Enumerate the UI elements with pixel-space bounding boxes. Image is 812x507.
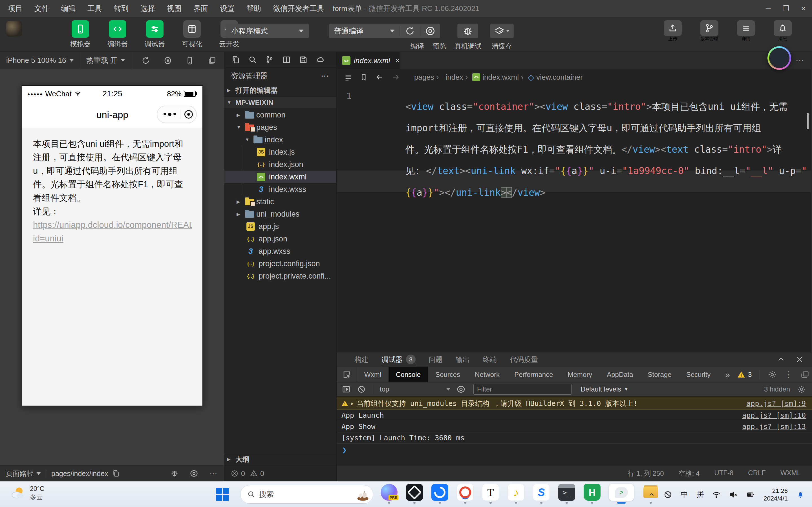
collapse-panel-icon[interactable] <box>777 355 785 363</box>
devtools-menu-icon[interactable]: ⋮ <box>784 370 793 379</box>
phone-frame-icon[interactable] <box>186 56 194 65</box>
menu-item[interactable]: 设置 <box>220 4 235 13</box>
status-segment[interactable]: WXML <box>780 469 801 478</box>
menu-item[interactable]: 视图 <box>167 4 182 13</box>
hidden-messages-label[interactable]: 3 hidden <box>764 385 790 393</box>
menu-item[interactable]: 项目 <box>8 4 22 13</box>
devtools-tab[interactable]: Console <box>389 367 428 382</box>
save-all-icon[interactable] <box>299 55 308 64</box>
clear-console-icon[interactable] <box>357 385 366 393</box>
notifications-bell-icon[interactable] <box>796 490 805 499</box>
console-sidebar-toggle-icon[interactable] <box>342 385 350 393</box>
tree-item[interactable]: {..} app.json <box>224 233 336 245</box>
open-editors-icon[interactable] <box>232 55 240 64</box>
tree-item[interactable]: {..} project.config.json <box>224 258 336 270</box>
inspect-element-icon[interactable] <box>337 367 357 382</box>
tree-item[interactable]: ▼ MP-WEIXIN <box>224 96 336 109</box>
taskbar-app-icon[interactable]: ♪ <box>507 484 525 505</box>
editor-scrollbar[interactable] <box>811 52 812 352</box>
devtools-tab[interactable]: Network <box>467 367 507 382</box>
hot-reload-select[interactable]: 热重载 开 <box>80 52 132 69</box>
editor-toggle-button[interactable]: 编辑器 <box>104 20 131 48</box>
battery-tray-icon[interactable] <box>746 490 755 499</box>
device-debug-button[interactable] <box>457 24 478 38</box>
console-filter-input[interactable] <box>473 384 571 395</box>
status-segment[interactable]: CRLF <box>748 469 766 478</box>
device-select[interactable]: iPhone 5 100% 16 <box>0 52 80 69</box>
minimize-button[interactable]: ─ <box>760 0 777 17</box>
tree-item[interactable]: ▶ 打开的编辑器 <box>224 84 336 96</box>
taskbar-app-icon[interactable]: >_ <box>558 484 576 505</box>
menu-item[interactable]: 转到 <box>114 4 129 13</box>
expand-arrow[interactable]: ▶ <box>351 401 354 406</box>
menu-item[interactable]: 工具 <box>87 4 102 13</box>
touchpad-off-icon[interactable] <box>664 490 672 499</box>
messages-button[interactable]: 消息 <box>769 20 796 42</box>
start-button[interactable] <box>216 488 229 501</box>
panel-tab[interactable]: 终端 <box>483 352 497 367</box>
taskbar-app-icon[interactable]: PRE <box>380 484 398 505</box>
tray-expand-icon[interactable] <box>648 491 655 498</box>
taskbar-app-icon[interactable]: S <box>532 484 550 505</box>
tree-item[interactable]: ▼ pages <box>224 121 336 133</box>
tree-item[interactable]: 3 index.wxss <box>224 183 336 195</box>
miniapp-capsule[interactable] <box>157 106 197 123</box>
visualization-toggle-button[interactable]: 可视化 <box>179 20 206 48</box>
multi-window-icon[interactable] <box>207 56 216 65</box>
code-area[interactable]: 1 <view class="container"><view class="i… <box>337 85 812 352</box>
maximize-button[interactable]: ❐ <box>777 0 795 17</box>
menu-item[interactable]: 微信开发者工具 <box>273 4 324 13</box>
menu-item[interactable]: 界面 <box>193 4 208 13</box>
menu-item[interactable]: 编辑 <box>61 4 75 13</box>
devtools-tab[interactable]: Performance <box>507 367 560 382</box>
console-prompt[interactable]: ❯ <box>337 444 812 456</box>
perspective-eye-icon[interactable] <box>190 469 198 478</box>
doc-link-line1[interactable]: https://uniapp.dcloud.io/component/READM <box>33 218 192 232</box>
tree-item[interactable]: 3 app.wxss <box>224 245 336 258</box>
tree-item[interactable]: ▶ uni_modules <box>224 208 336 220</box>
panel-tab[interactable]: 构建 <box>354 352 368 367</box>
tree-item[interactable]: app.js <box>224 220 336 233</box>
clock-widget[interactable]: 21:26 2024/4/1 <box>763 487 788 502</box>
status-segment[interactable]: 空格: 4 <box>679 469 700 478</box>
more-options-icon[interactable]: ⋯ <box>209 469 218 478</box>
console-context-select[interactable]: top <box>380 385 450 393</box>
cloud-sync-icon[interactable] <box>316 55 324 64</box>
tree-item[interactable]: {..} project.private.confi... <box>224 270 336 282</box>
devtools-tab[interactable]: Memory <box>560 367 600 382</box>
devtools-tab[interactable]: AppData <box>599 367 640 382</box>
devtools-tab[interactable]: Storage <box>641 367 679 382</box>
debugger-toggle-button[interactable]: 调试器 <box>141 20 168 48</box>
rotate-icon[interactable] <box>142 56 150 65</box>
dock-side-icon[interactable] <box>801 371 809 379</box>
log-levels-select[interactable]: Default levels ▼ <box>580 385 628 393</box>
status-segment[interactable]: UTF-8 <box>714 469 733 478</box>
tab-overflow-button[interactable]: ⋯ <box>796 55 804 65</box>
panel-tab[interactable]: 问题 <box>428 352 443 367</box>
split-editor-icon[interactable] <box>282 55 291 64</box>
console-message[interactable]: ▶ 当前组件仅支持 uni_modules 目录结构 ，请升级 HBuilder… <box>337 397 812 410</box>
taskbar-app-icon[interactable] <box>456 484 474 505</box>
panel-tab[interactable]: 代码质量 <box>510 352 538 367</box>
compile-mode-select[interactable]: 普通编译 <box>329 26 400 36</box>
weather-widget[interactable]: 20°C 多云 <box>10 485 44 501</box>
explorer-more-button[interactable]: ⋯ <box>321 71 329 80</box>
tree-item[interactable]: index.wxml <box>224 171 336 183</box>
tree-item[interactable]: {..} index.json <box>224 158 336 171</box>
wifi-tray-icon[interactable] <box>712 490 721 499</box>
tab-index-wxml[interactable]: <> index.wxml × <box>337 52 400 69</box>
console-message[interactable]: App Launch app.js? [sm]:10 <box>337 410 812 421</box>
source-control-icon[interactable] <box>265 55 274 64</box>
panel-tab[interactable]: 调试器 3 <box>382 352 416 367</box>
taskbar-app-icon[interactable] <box>405 484 423 505</box>
panel-tab[interactable]: 输出 <box>456 352 470 367</box>
taskbar-app-icon[interactable]: T <box>481 484 500 505</box>
message-source-link[interactable]: app.js? [sm]:13 <box>733 422 806 431</box>
page-path-label[interactable]: 页面路径 <box>6 469 34 478</box>
taskbar-search[interactable]: 搜索 <box>240 485 373 504</box>
vconsole-bug-icon[interactable] <box>170 469 179 477</box>
volume-muted-icon[interactable] <box>729 490 738 499</box>
outline-list-icon[interactable] <box>344 73 352 81</box>
tab-close-icon[interactable]: × <box>395 56 400 65</box>
taskbar-app-icon[interactable]: > <box>608 484 635 505</box>
